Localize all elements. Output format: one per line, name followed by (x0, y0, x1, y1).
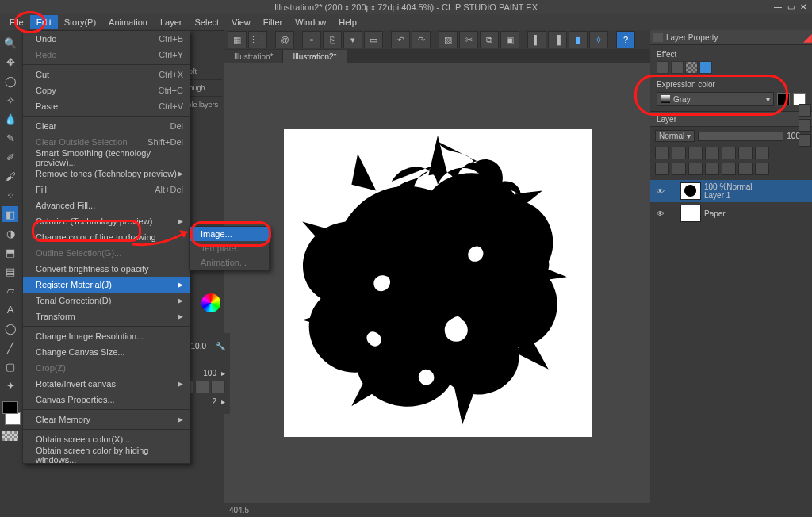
pen-icon[interactable]: ✎ (2, 130, 18, 146)
layer-row-paper[interactable]: 👁 Paper (650, 202, 812, 224)
menuitem-fill[interactable]: FillAlt+Del (23, 182, 190, 197)
layer-clip-icon[interactable] (755, 147, 769, 159)
menuitem-smart-smoothing-technology-preview[interactable]: Smart Smoothing (technology preview)... (23, 150, 190, 166)
menuitem-rotate-invert-canvas[interactable]: Rotate/Invert canvas▶ (23, 376, 190, 392)
menuitem-copy[interactable]: CopyCtrl+C (23, 82, 190, 98)
mode-btn-2[interactable] (195, 381, 209, 393)
layer-lock-icon[interactable] (655, 147, 669, 159)
menu-animation[interactable]: Animation (102, 15, 154, 29)
wand-icon[interactable]: ✧ (2, 92, 18, 108)
menuitem-register-material-j[interactable]: Register Material(J)▶ (23, 277, 190, 293)
menuitem-remove-tones-technology-preview[interactable]: Remove tones (Technology preview)▶ (23, 166, 190, 182)
menuitem-change-color-of-line-to-drawing[interactable]: Change color of line to drawing (23, 229, 190, 245)
layer-pin-icon[interactable] (672, 147, 686, 159)
menu-window[interactable]: Window (289, 15, 332, 29)
menuitem-clear-memory[interactable]: Clear Memory▶ (23, 412, 190, 427)
fill-icon[interactable]: ⬒ (2, 244, 18, 260)
move-icon[interactable]: ✥ (2, 54, 18, 70)
lasso-icon[interactable]: ◯ (2, 73, 18, 89)
ruler-icon[interactable]: ╱ (2, 339, 18, 355)
clear-icon[interactable]: ▧ (439, 31, 458, 48)
effect-color-icon[interactable] (699, 61, 712, 74)
eye-icon[interactable]: 👁 (655, 209, 666, 218)
menuitem-paste[interactable]: PasteCtrl+V (23, 98, 190, 114)
page-icon[interactable]: ▭ (364, 31, 383, 48)
layer-ref-icon[interactable] (722, 147, 736, 159)
delete-layer-icon[interactable] (722, 163, 736, 175)
menu-select[interactable]: Select (189, 15, 226, 29)
menu-edit[interactable]: Edit (30, 15, 58, 29)
foreground-color[interactable] (2, 401, 18, 414)
menuitem-clear[interactable]: ClearDel (23, 118, 190, 134)
merge-icon[interactable] (705, 163, 719, 175)
eraser-icon[interactable]: ◧ (2, 206, 18, 222)
brush-a-icon[interactable]: ✐ (2, 149, 18, 165)
canvas[interactable] (284, 129, 592, 437)
doc-tab-1[interactable]: Illustration* (224, 50, 283, 63)
magnify-icon[interactable]: 🔍 (2, 35, 18, 51)
menuitem-tonal-correction-d[interactable]: Tonal Correction(D)▶ (23, 293, 190, 308)
text-icon[interactable]: A (2, 301, 18, 317)
menuitem-colorize-technology-preview[interactable]: Colorize (Technology preview)▶ (23, 213, 190, 229)
side-icon-2[interactable] (799, 119, 811, 132)
grid-icon[interactable]: ▦ (228, 31, 247, 48)
menu-help[interactable]: Help (332, 15, 363, 29)
menuitem-change-image-resolution[interactable]: Change Image Resolution... (23, 328, 190, 344)
effect-tone-icon[interactable] (671, 61, 684, 74)
undo-icon[interactable]: ↶ (391, 31, 410, 48)
menu-file[interactable]: File (3, 15, 30, 29)
blend-icon[interactable]: ◑ (2, 225, 18, 241)
brush-tip-icon[interactable]: ◢ (803, 31, 812, 44)
effect-border-icon[interactable] (657, 61, 669, 74)
expression-color-dropdown[interactable]: Gray ▾ (657, 92, 774, 106)
new-layer-icon[interactable] (655, 163, 669, 175)
maximize-icon[interactable]: ▭ (785, 2, 796, 12)
transfer-icon[interactable] (688, 163, 703, 175)
expr-black-swatch[interactable] (777, 93, 790, 105)
eye-icon[interactable]: 👁 (655, 187, 666, 196)
menu-filter[interactable]: Filter (257, 15, 289, 29)
redo-icon[interactable]: ↷ (412, 31, 431, 48)
close-icon[interactable]: ✕ (798, 2, 809, 12)
background-color[interactable] (5, 412, 21, 425)
register-material-submenu[interactable]: Image...Template...Animation... (189, 226, 270, 270)
menuitem-advanced-fill[interactable]: Advanced Fill... (23, 197, 190, 213)
guide3-icon[interactable]: ▮ (569, 31, 588, 48)
spiral-icon[interactable]: @ (275, 31, 294, 48)
new-icon[interactable]: ▫ (302, 31, 321, 48)
save-icon[interactable]: ▾ (343, 31, 362, 48)
gradient-icon[interactable]: ▤ (2, 263, 18, 279)
menuitem-canvas-properties[interactable]: Canvas Properties... (23, 392, 190, 408)
new-folder-icon[interactable] (672, 163, 686, 175)
transparent-color[interactable] (2, 431, 18, 441)
menuitem-obtain-screen-color-by-hiding-windows[interactable]: Obtain screen color by hiding windows... (23, 447, 190, 463)
canvas-viewport[interactable] (224, 63, 650, 503)
menu-storyp[interactable]: Story(P) (58, 15, 102, 29)
open-icon[interactable]: ⎘ (323, 31, 342, 48)
correct-icon[interactable]: ✦ (2, 377, 18, 393)
menuitem-convert-brightness-to-opacity[interactable]: Convert brightness to opacity (23, 261, 190, 277)
menuitem-cut[interactable]: CutCtrl+X (23, 67, 190, 82)
layer-up-icon[interactable] (738, 163, 753, 175)
menuitem-change-canvas-size[interactable]: Change Canvas Size... (23, 344, 190, 360)
color-wheel-icon[interactable] (201, 293, 220, 312)
frame-icon[interactable]: ▢ (2, 358, 18, 374)
effect-checker-icon[interactable] (685, 61, 698, 74)
blend-mode-dropdown[interactable]: Normal ▾ (655, 130, 695, 142)
layer-opacity-slider[interactable] (698, 132, 783, 141)
layer-mask-icon[interactable] (688, 147, 703, 159)
dots-icon[interactable]: ⋮⋮ (248, 31, 267, 48)
menuitem-undo[interactable]: UndoCtrl+B (23, 31, 190, 47)
paste-icon[interactable]: ▣ (500, 31, 519, 48)
cloud-icon[interactable]: ? (616, 31, 635, 48)
layer-row-layer1[interactable]: 👁 100 %Normal Layer 1 (650, 180, 812, 202)
copy-icon[interactable]: ⧉ (480, 31, 499, 48)
mode-btn-3[interactable] (211, 381, 225, 393)
menu-layer[interactable]: Layer (154, 15, 189, 29)
layer-property-tab[interactable]: Layer Property ◢ (650, 30, 812, 45)
layer-draft-icon[interactable] (738, 147, 753, 159)
balloon-icon[interactable]: ◯ (2, 320, 18, 336)
brush-b-icon[interactable]: 🖌 (2, 168, 18, 184)
edit-menu-dropdown[interactable]: UndoCtrl+BRedoCtrl+YCutCtrl+XCopyCtrl+CP… (22, 30, 190, 464)
minimize-icon[interactable]: — (772, 2, 783, 12)
